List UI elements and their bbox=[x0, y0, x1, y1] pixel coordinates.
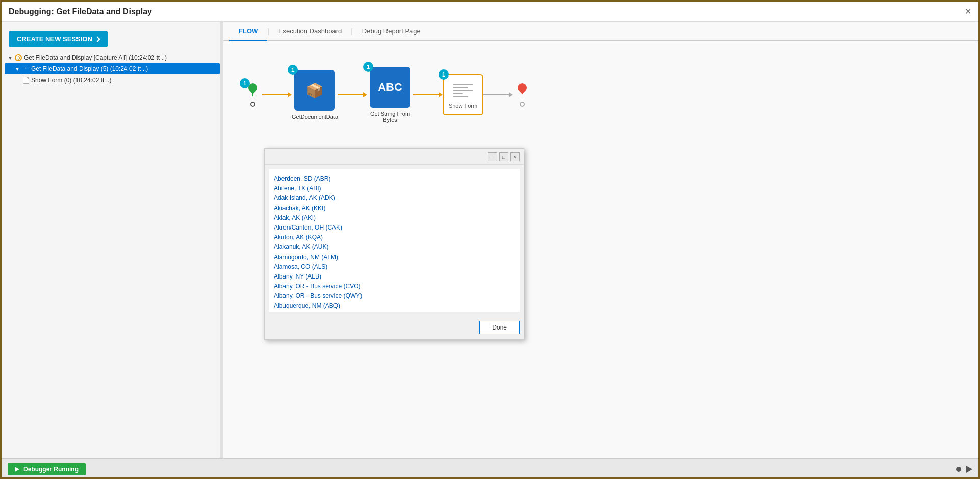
get-string-wrapper: 1 ABC Get String From Bytes bbox=[367, 67, 413, 123]
tab-execution-dashboard[interactable]: Execution Dashboard bbox=[269, 22, 351, 41]
show-form-wrapper: 1 Show Form bbox=[443, 74, 483, 115]
get-string-label: Get String From Bytes bbox=[367, 111, 413, 123]
flow-icon bbox=[22, 65, 29, 72]
page-title: Debugging: Get FileData and Display bbox=[9, 7, 152, 16]
collapse-icon-2: ▼ bbox=[15, 66, 20, 72]
arrow-1 bbox=[262, 92, 292, 97]
tab-debug-report-page[interactable]: Debug Report Page bbox=[353, 22, 430, 41]
tree-root-label: Get FileData and Display [Capture All] (… bbox=[24, 54, 167, 61]
start-badge: 1 bbox=[240, 78, 250, 88]
list-item: Akron/Canton, OH (CAK) bbox=[274, 223, 514, 233]
tree-child2-item[interactable]: Show Form (0) (10:24:02 tt ..) bbox=[5, 74, 220, 86]
get-string-badge: 1 bbox=[363, 62, 373, 72]
end-node bbox=[513, 83, 531, 102]
modal-content[interactable]: Aberdeen, SD (ABR)Abilene, TX (ABI)Adak … bbox=[269, 169, 520, 312]
get-document-badge: 1 bbox=[288, 65, 298, 75]
show-form-node[interactable]: Show Form bbox=[443, 74, 483, 115]
modal-titlebar: − □ × bbox=[265, 149, 524, 165]
doc-line-5 bbox=[453, 96, 468, 97]
start-node-wrapper: 1 bbox=[244, 83, 262, 107]
end-dot bbox=[520, 102, 525, 107]
tree-child1-label: Get FileData and Display (5) (10:24:02 t… bbox=[31, 65, 148, 72]
arrow-2 bbox=[338, 92, 367, 97]
list-item: Alamogordo, NM (ALM) bbox=[274, 253, 514, 262]
arrow-head-3 bbox=[439, 92, 443, 97]
main-layout: CREATE NEW SESSION ▼ Get FileData and Di… bbox=[2, 22, 978, 458]
tree-child2-label: Show Form (0) (10:24:02 tt ..) bbox=[31, 77, 111, 84]
list-item: Akuton, AK (KQA) bbox=[274, 233, 514, 242]
arrow-head-2 bbox=[363, 92, 367, 97]
create-session-button[interactable]: CREATE NEW SESSION bbox=[9, 31, 108, 47]
doc-line-4 bbox=[453, 93, 463, 94]
h-line-3 bbox=[413, 94, 439, 95]
modal-minimize-button[interactable]: − bbox=[488, 152, 497, 161]
bottom-bar: Debugger Running bbox=[2, 458, 978, 479]
arrow-head-1 bbox=[288, 92, 292, 97]
doc-line-3 bbox=[453, 90, 473, 91]
arrow-icon bbox=[94, 36, 100, 42]
left-panel: CREATE NEW SESSION ▼ Get FileData and Di… bbox=[2, 22, 223, 458]
list-item: Albany, OR - Bus service (QWY) bbox=[274, 291, 514, 301]
next-button[interactable] bbox=[966, 466, 972, 473]
clock-icon bbox=[15, 54, 22, 61]
list-item: Abilene, TX (ABI) bbox=[274, 184, 514, 193]
arrow-head-gray bbox=[509, 92, 513, 97]
get-document-data-wrapper: 1 📦 GetDocumentData bbox=[292, 70, 338, 120]
modal-dialog: − □ × Aberdeen, SD (ABR)Abilene, TX (ABI… bbox=[264, 148, 524, 340]
doc-icon bbox=[23, 77, 29, 84]
start-dot bbox=[250, 102, 255, 107]
tabs-bar: FLOW | Execution Dashboard | Debug Repor… bbox=[223, 22, 978, 41]
tab-flow[interactable]: FLOW bbox=[229, 22, 267, 41]
list-item: Albany, OR - Bus service (CVO) bbox=[274, 282, 514, 291]
h-line-2 bbox=[338, 94, 363, 95]
list-item: Albany, NY (ALB) bbox=[274, 272, 514, 282]
debugger-status: Debugger Running bbox=[8, 463, 86, 475]
list-item: Albuquerque, NM (ABQ) bbox=[274, 301, 514, 311]
end-node-wrapper bbox=[513, 83, 531, 107]
play-icon bbox=[15, 467, 19, 472]
get-document-data-node[interactable]: 📦 bbox=[294, 70, 335, 111]
list-item: Alakanuk, AK (AUK) bbox=[274, 242, 514, 252]
modal-footer: Done bbox=[265, 316, 524, 339]
create-session-label: CREATE NEW SESSION bbox=[17, 35, 92, 43]
cube-icon: 📦 bbox=[306, 82, 324, 99]
flow-canvas: 1 1 📦 Ge bbox=[223, 41, 978, 458]
modal-maximize-button[interactable]: □ bbox=[499, 152, 508, 161]
title-bar: Debugging: Get FileData and Display ✕ bbox=[2, 2, 978, 22]
get-string-node[interactable]: ABC bbox=[370, 67, 410, 108]
end-pin-head bbox=[515, 81, 528, 94]
tree-child1-item[interactable]: ▼ Get FileData and Display (5) (10:24:02… bbox=[5, 63, 220, 74]
panel-resizer[interactable] bbox=[220, 22, 223, 458]
list-item: Akiak, AK (AKI) bbox=[274, 213, 514, 223]
doc-line-2 bbox=[453, 87, 468, 88]
show-form-badge: 1 bbox=[439, 69, 449, 80]
done-button[interactable]: Done bbox=[479, 321, 520, 334]
right-panel: FLOW | Execution Dashboard | Debug Repor… bbox=[223, 22, 978, 458]
arrow-4 bbox=[483, 92, 513, 97]
list-item: Adak Island, AK (ADK) bbox=[274, 193, 514, 203]
doc-line-1 bbox=[453, 84, 473, 85]
close-icon[interactable]: ✕ bbox=[965, 7, 971, 16]
list-item: Akiachak, AK (KKI) bbox=[274, 204, 514, 213]
get-document-data-label: GetDocumentData bbox=[292, 114, 338, 120]
arrow-3 bbox=[413, 92, 443, 97]
progress-dot bbox=[956, 467, 961, 472]
modal-close-button[interactable]: × bbox=[510, 152, 520, 161]
h-line-gray bbox=[483, 94, 509, 95]
tree-root-item[interactable]: ▼ Get FileData and Display [Capture All]… bbox=[5, 52, 220, 63]
list-item: Aleknagik, AK (WKK) bbox=[274, 311, 514, 312]
h-line-1 bbox=[262, 94, 288, 95]
collapse-icon: ▼ bbox=[8, 55, 13, 61]
list-item: Alamosa, CO (ALS) bbox=[274, 262, 514, 272]
debugger-running-label: Debugger Running bbox=[23, 466, 79, 473]
flow-nodes-container: 1 1 📦 Ge bbox=[244, 67, 958, 123]
list-item: Aberdeen, SD (ABR) bbox=[274, 174, 514, 184]
